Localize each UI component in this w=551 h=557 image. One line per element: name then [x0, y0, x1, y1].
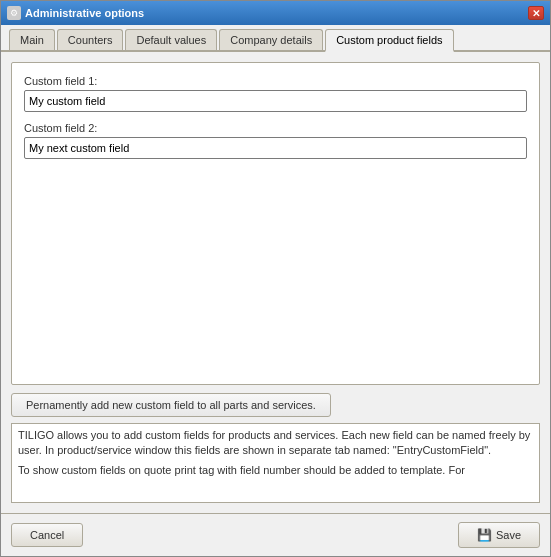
fields-group: Custom field 1: Custom field 2: — [11, 62, 540, 385]
custom-field-1-input[interactable] — [24, 90, 527, 112]
title-bar: ⚙ Administrative options ✕ — [1, 1, 550, 25]
info-paragraph-2: To show custom fields on quote print tag… — [18, 463, 533, 478]
footer: Cancel 💾 Save — [1, 513, 550, 556]
app-icon: ⚙ — [7, 6, 21, 20]
tab-company-details[interactable]: Company details — [219, 29, 323, 50]
info-paragraph-1: TILIGO allows you to add custom fields f… — [18, 428, 533, 459]
tab-bar: Main Counters Default values Company det… — [1, 25, 550, 52]
window-title: Administrative options — [25, 7, 144, 19]
save-button[interactable]: 💾 Save — [458, 522, 540, 548]
tab-counters[interactable]: Counters — [57, 29, 124, 50]
custom-field-2-label: Custom field 2: — [24, 122, 527, 134]
info-text-box: TILIGO allows you to add custom fields f… — [11, 423, 540, 503]
tab-default-values[interactable]: Default values — [125, 29, 217, 50]
custom-field-2-group: Custom field 2: — [24, 122, 527, 159]
save-icon: 💾 — [477, 528, 492, 542]
tab-main[interactable]: Main — [9, 29, 55, 50]
main-content: Custom field 1: Custom field 2: Pernamen… — [1, 52, 550, 513]
close-button[interactable]: ✕ — [528, 6, 544, 20]
custom-field-1-group: Custom field 1: — [24, 75, 527, 112]
permanently-add-button[interactable]: Pernamently add new custom field to all … — [11, 393, 331, 417]
custom-field-2-input[interactable] — [24, 137, 527, 159]
save-label: Save — [496, 529, 521, 541]
window: ⚙ Administrative options ✕ Main Counters… — [0, 0, 551, 557]
custom-field-1-label: Custom field 1: — [24, 75, 527, 87]
bottom-section: Pernamently add new custom field to all … — [11, 393, 540, 503]
tab-custom-product-fields[interactable]: Custom product fields — [325, 29, 453, 52]
cancel-button[interactable]: Cancel — [11, 523, 83, 547]
